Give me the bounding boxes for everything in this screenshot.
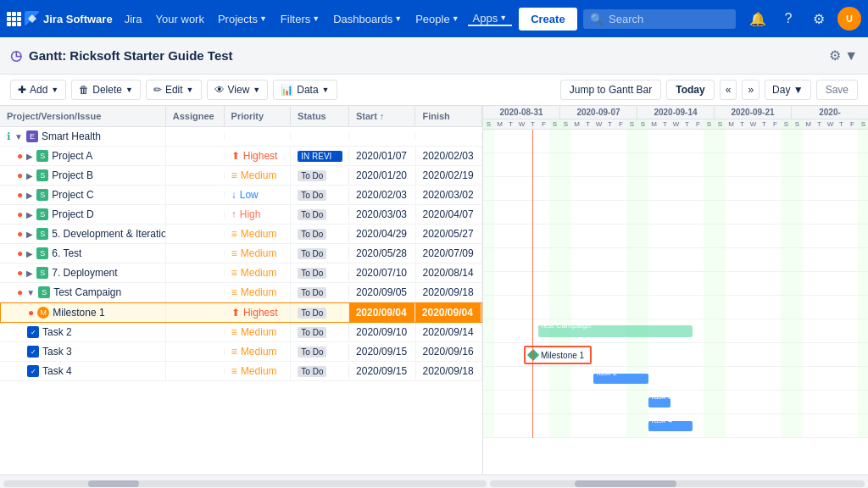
gantt-cell xyxy=(516,414,527,438)
start-cell: 2020/09/05 xyxy=(349,283,416,302)
nav-projects[interactable]: Projects ▼ xyxy=(213,13,272,25)
nav-jira[interactable]: Jira xyxy=(120,13,147,25)
prev-arrow-button[interactable]: « xyxy=(720,80,737,100)
gantt-cell xyxy=(516,248,527,272)
gantt-cell xyxy=(693,248,704,272)
nav-people[interactable]: People ▼ xyxy=(410,13,464,25)
gantt-cell xyxy=(825,367,836,391)
gantt-bar xyxy=(648,421,693,431)
status-badge: To Do xyxy=(298,190,326,201)
save-button[interactable]: Save xyxy=(816,80,858,100)
gantt-cell xyxy=(648,201,659,225)
gantt-cell xyxy=(693,367,704,391)
gantt-cell xyxy=(549,248,560,272)
gantt-cell xyxy=(858,177,868,201)
gantt-day-label: S xyxy=(626,119,637,129)
jump-to-gantt-button[interactable]: Jump to Gantt Bar xyxy=(560,80,661,100)
gantt-cell xyxy=(748,177,759,201)
right-scroll-thumb[interactable] xyxy=(575,480,676,487)
gantt-cell xyxy=(715,225,726,248)
gantt-cell xyxy=(560,391,571,414)
epic-icon: E xyxy=(26,130,38,142)
error-icon: ● xyxy=(17,267,23,279)
left-scroll-thumb[interactable] xyxy=(88,480,139,487)
notifications-button[interactable]: 🔔 xyxy=(746,7,770,30)
gantt-cell xyxy=(748,201,759,225)
expand-icon[interactable]: ▶ xyxy=(26,171,33,180)
gantt-cell xyxy=(847,153,858,177)
expand-icon[interactable]: ▼ xyxy=(14,132,23,141)
user-avatar[interactable]: U xyxy=(837,7,861,30)
gantt-cell xyxy=(560,272,571,296)
expand-icon[interactable]: ▶ xyxy=(26,230,33,239)
nav-apps[interactable]: Apps ▼ xyxy=(468,12,513,26)
right-scroll-track[interactable] xyxy=(490,480,865,487)
gantt-cell xyxy=(505,414,516,438)
left-scroll-track[interactable] xyxy=(3,480,487,487)
gantt-cell xyxy=(560,248,571,272)
gantt-cell xyxy=(604,248,615,272)
gantt-cell xyxy=(836,201,847,225)
create-button[interactable]: Create xyxy=(519,8,576,30)
gantt-cell xyxy=(483,391,494,414)
jira-logo[interactable]: Jira Software xyxy=(25,11,113,26)
expand-icon[interactable]: ▶ xyxy=(26,269,33,278)
gantt-cell xyxy=(626,225,637,248)
expand-icon[interactable]: ▶ xyxy=(26,210,33,219)
app-grid-icon[interactable] xyxy=(7,12,21,26)
table-row: ● ▶ S Project D ↑ High To Do 2020/03/03 … xyxy=(0,205,482,225)
gantt-cell xyxy=(615,201,626,225)
nav-your-work[interactable]: Your work xyxy=(151,13,209,25)
search-bar[interactable]: 🔍 xyxy=(583,9,736,29)
gantt-cell xyxy=(505,272,516,296)
view-button[interactable]: 👁 View ▼ xyxy=(207,80,269,100)
nav-dashboards[interactable]: Dashboards ▼ xyxy=(328,13,407,25)
error-icon: ● xyxy=(17,247,23,259)
help-button[interactable]: ? xyxy=(776,7,800,30)
row-label: 7. Deployment xyxy=(52,267,117,279)
gantt-cell xyxy=(858,343,868,367)
nav-filters[interactable]: Filters ▼ xyxy=(275,13,325,25)
gantt-cell xyxy=(604,153,615,177)
expand-icon[interactable]: ▶ xyxy=(26,191,33,200)
expand-icon[interactable]: ▶ xyxy=(26,152,33,161)
gantt-cell xyxy=(527,201,538,225)
delete-button[interactable]: 🗑 Delete ▼ xyxy=(71,80,141,100)
expand-icon[interactable]: ▼ xyxy=(26,288,35,297)
gantt-day-label: W xyxy=(825,119,836,129)
gantt-cell xyxy=(726,201,737,225)
info-icon: ℹ xyxy=(7,130,11,142)
milestone-bar[interactable]: Milestone 1 xyxy=(524,346,592,364)
gantt-cell xyxy=(836,319,847,343)
priority-cell: ↓ Low xyxy=(225,186,292,204)
start-cell: 2020/09/04 xyxy=(349,303,415,322)
table-row-selected[interactable]: ● M Milestone 1 ⬆ Highest To Do 2020/09/… xyxy=(0,302,482,323)
milestone-icon: M xyxy=(37,307,49,319)
gantt-day-label: W xyxy=(748,119,759,129)
finish-cell: 2020/09/18 xyxy=(416,362,482,380)
gantt-cell xyxy=(847,319,858,343)
gantt-cell xyxy=(626,343,637,367)
gantt-cell xyxy=(814,391,825,414)
edit-button[interactable]: ✏ Edit ▼ xyxy=(146,80,202,100)
gantt-cell xyxy=(582,248,593,272)
gantt-cell xyxy=(693,391,704,414)
settings-button[interactable]: ⚙ xyxy=(807,7,831,30)
gantt-day-label: M xyxy=(494,119,505,129)
gantt-cell xyxy=(737,201,748,225)
gantt-cell xyxy=(659,248,670,272)
today-button[interactable]: Today xyxy=(666,80,714,100)
gantt-cell xyxy=(748,296,759,319)
page-settings-gear[interactable]: ⚙ ▼ xyxy=(829,47,858,64)
gantt-cell xyxy=(814,343,825,367)
gantt-cell xyxy=(615,272,626,296)
gantt-cell xyxy=(759,343,770,367)
gantt-cell xyxy=(582,177,593,201)
next-arrow-button[interactable]: » xyxy=(742,80,760,100)
add-button[interactable]: ✚ Add ▼ xyxy=(10,80,66,100)
day-selector[interactable]: Day ▼ xyxy=(765,80,811,100)
search-input[interactable] xyxy=(609,13,710,25)
expand-icon[interactable]: ▶ xyxy=(26,249,33,258)
data-button[interactable]: 📊 Data ▼ xyxy=(273,80,337,100)
gantt-cell xyxy=(847,296,858,319)
